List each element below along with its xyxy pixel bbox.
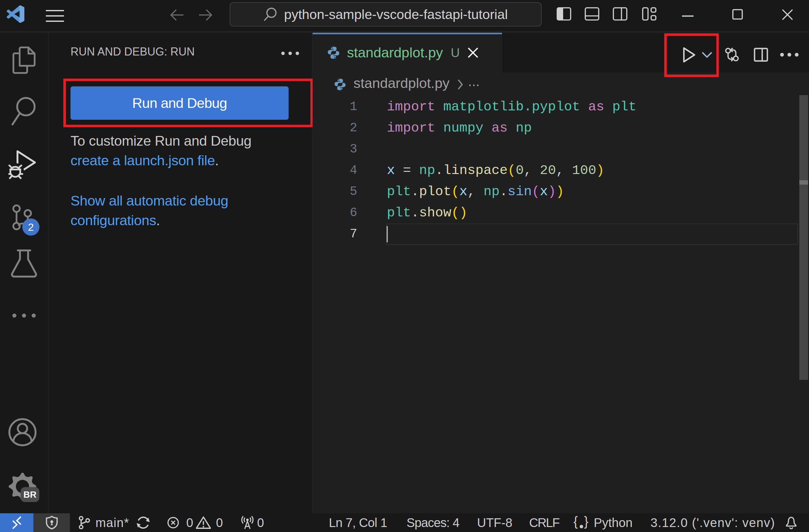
svg-text:2: 2 bbox=[28, 221, 34, 233]
